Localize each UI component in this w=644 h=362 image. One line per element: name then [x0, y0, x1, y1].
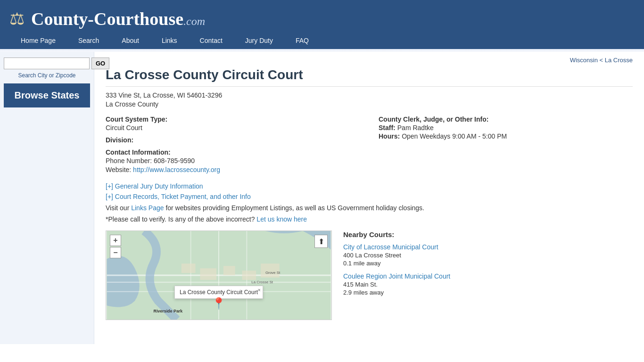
- search-label: Search City or Zipcode: [4, 72, 90, 79]
- svg-text:Riverside Park: Riverside Park: [153, 309, 182, 313]
- zoom-in-button[interactable]: +: [110, 235, 121, 246]
- map-container: Grove St La Crosse St Riverside Park + −…: [106, 230, 332, 320]
- upload-icon: ⬆: [318, 237, 324, 246]
- info-grid: Court System Type: Circuit Court Divisio…: [106, 115, 633, 175]
- map-fullscreen-button[interactable]: ⬆: [314, 235, 328, 248]
- county-clerk-label: County Clerk, Judge, or Other Info:: [379, 115, 633, 123]
- nav-about[interactable]: About: [110, 32, 150, 49]
- visit-prefix: Visit our: [106, 204, 131, 212]
- svg-rect-9: [223, 266, 235, 275]
- nearby-court-1-address: 400 La Crosse Street: [343, 252, 633, 259]
- logo-area: ⚖ County-Courthouse.com: [9, 5, 635, 32]
- breadcrumb-separator: <: [598, 57, 605, 64]
- svg-text:Grove St: Grove St: [265, 271, 281, 275]
- nav-links[interactable]: Links: [150, 32, 189, 49]
- court-title: La Crosse County Circuit Court: [106, 67, 633, 87]
- main-layout: GO Search City or Zipcode Browse States …: [0, 52, 644, 344]
- court-address: 333 Vine St, La Crosse, WI 54601-3296: [106, 91, 633, 99]
- hours-line: Hours: Open Weekdays 9:00 AM - 5:00 PM: [379, 132, 633, 140]
- phone-label: Phone Number:: [106, 157, 152, 165]
- zoom-out-button[interactable]: −: [110, 247, 121, 258]
- nearby-court-1-distance: 0.1 mile away: [343, 260, 633, 267]
- breadcrumb-state[interactable]: Wisconsin: [570, 57, 598, 64]
- nearby-court-2-address: 415 Main St.: [343, 281, 633, 288]
- svg-rect-7: [182, 263, 196, 273]
- website-label: Website:: [106, 166, 131, 173]
- map-controls: + −: [110, 235, 121, 258]
- search-box-area: GO: [4, 58, 90, 69]
- scales-icon: ⚖: [9, 9, 25, 29]
- nearby-courts-title: Nearby Courts:: [343, 230, 633, 239]
- main-nav: Home Page Search About Links Contact Jur…: [9, 32, 635, 49]
- nav-search[interactable]: Search: [67, 32, 110, 49]
- svg-rect-8: [200, 268, 216, 280]
- logo-text: County-Courthouse: [31, 9, 183, 29]
- division-label: Division:: [106, 136, 360, 144]
- info-col-left: Court System Type: Circuit Court Divisio…: [106, 115, 360, 175]
- phone-value: 608-785-9590: [154, 157, 195, 165]
- court-system-type-value: Circuit Court: [106, 124, 360, 132]
- info-col-right: County Clerk, Judge, or Other Info: Staf…: [379, 115, 633, 175]
- content-area: Wisconsin < La Crosse La Crosse County C…: [94, 52, 644, 344]
- nearby-court-2-link[interactable]: Coulee Region Joint Municipal Court: [343, 272, 633, 280]
- visit-suffix: for websites providing Employment Listin…: [164, 204, 424, 212]
- map-popup-text: La Crosse County Circuit Court: [180, 289, 258, 296]
- links-page-link[interactable]: Links Page: [131, 204, 164, 212]
- logo: County-Courthouse.com: [31, 8, 205, 29]
- search-input[interactable]: [4, 58, 90, 69]
- court-records-link[interactable]: [+] Court Records, Ticket Payment, and o…: [106, 193, 633, 200]
- let-us-know-link[interactable]: Let us know here: [256, 215, 307, 223]
- breadcrumb-county[interactable]: La Crosse: [605, 57, 633, 64]
- contact-label: Contact Information:: [106, 148, 360, 156]
- staff-label: Staff:: [379, 124, 396, 132]
- nearby-courts: Nearby Courts: City of Lacrosse Municipa…: [343, 230, 633, 320]
- court-system-type-label: Court System Type:: [106, 115, 360, 123]
- logo-com: .com: [183, 15, 205, 27]
- svg-rect-10: [242, 271, 256, 280]
- browse-states-button[interactable]: Browse States: [4, 83, 90, 107]
- staff-value: Pam Radtke: [397, 124, 434, 132]
- map-popup-close[interactable]: ×: [258, 287, 261, 293]
- bottom-layout: Grove St La Crosse St Riverside Park + −…: [106, 230, 633, 320]
- court-county: La Crosse County: [106, 100, 633, 108]
- map-pin: 📍: [212, 297, 226, 310]
- nav-jury-duty[interactable]: Jury Duty: [234, 32, 284, 49]
- nav-faq[interactable]: FAQ: [284, 32, 320, 49]
- nearby-court-2-distance: 2.9 miles away: [343, 289, 633, 296]
- verify-prefix: *Please call to verify. Is any of the ab…: [106, 215, 256, 223]
- verify-text: *Please call to verify. Is any of the ab…: [106, 215, 633, 223]
- header: ⚖ County-Courthouse.com Home Page Search…: [0, 0, 644, 49]
- staff-line: Staff: Pam Radtke: [379, 124, 633, 132]
- jury-duty-link[interactable]: [+] General Jury Duty Information: [106, 182, 633, 190]
- website-line: Website: http://www.lacrossecounty.org: [106, 166, 360, 173]
- nav-contact[interactable]: Contact: [189, 32, 234, 49]
- breadcrumb: Wisconsin < La Crosse: [106, 57, 633, 64]
- svg-text:La Crosse St: La Crosse St: [251, 280, 273, 284]
- visit-text: Visit our Links Page for websites provid…: [106, 204, 633, 212]
- hours-label: Hours:: [379, 132, 400, 140]
- nav-home[interactable]: Home Page: [9, 32, 67, 49]
- nearby-court-1-link[interactable]: City of Lacrosse Municipal Court: [343, 243, 633, 251]
- sidebar: GO Search City or Zipcode Browse States: [0, 52, 94, 344]
- website-link[interactable]: http://www.lacrossecounty.org: [133, 166, 220, 173]
- hours-value: Open Weekdays 9:00 AM - 5:00 PM: [402, 132, 507, 140]
- phone-line: Phone Number: 608-785-9590: [106, 157, 360, 165]
